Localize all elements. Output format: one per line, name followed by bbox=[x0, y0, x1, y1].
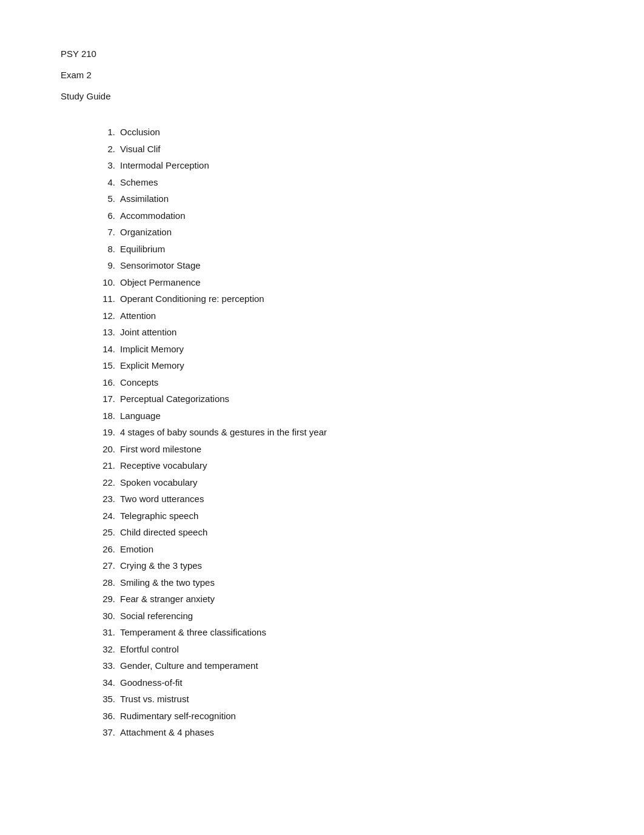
item-number: 26. bbox=[97, 543, 120, 557]
course-title: PSY 210 bbox=[61, 49, 583, 59]
item-number: 13. bbox=[97, 326, 120, 340]
list-item: 2.Visual Clif bbox=[97, 143, 583, 156]
list-item: 34.Goodness-of-fit bbox=[97, 676, 583, 690]
item-text: Attachment & 4 phases bbox=[120, 726, 214, 740]
list-item: 33.Gender, Culture and temperament bbox=[97, 659, 583, 673]
item-text: Efortful control bbox=[120, 643, 179, 657]
list-item: 8.Equilibrium bbox=[97, 243, 583, 257]
list-item: 3.Intermodal Perception bbox=[97, 159, 583, 173]
item-text: Perceptual Categorizations bbox=[120, 392, 229, 406]
item-number: 14. bbox=[97, 343, 120, 357]
item-number: 30. bbox=[97, 609, 120, 623]
list-item: 16.Concepts bbox=[97, 376, 583, 390]
item-text: Spoken vocabulary bbox=[120, 476, 198, 490]
list-item: 11.Operant Conditioning re: perception bbox=[97, 292, 583, 306]
item-text: Emotion bbox=[120, 543, 153, 557]
item-number: 2. bbox=[97, 143, 120, 156]
item-text: Two word utterances bbox=[120, 492, 204, 506]
item-text: Trust vs. mistrust bbox=[120, 692, 189, 706]
list-item: 7.Organization bbox=[97, 226, 583, 240]
list-item: 6.Accommodation bbox=[97, 209, 583, 223]
exam-title: Exam 2 bbox=[61, 70, 583, 80]
item-number: 15. bbox=[97, 359, 120, 373]
item-number: 20. bbox=[97, 443, 120, 457]
item-text: Organization bbox=[120, 226, 172, 240]
item-number: 18. bbox=[97, 409, 120, 423]
item-text: Smiling & the two types bbox=[120, 576, 215, 590]
item-text: Object Permanence bbox=[120, 276, 201, 290]
item-number: 32. bbox=[97, 643, 120, 657]
item-text: First word milestone bbox=[120, 443, 201, 457]
item-number: 33. bbox=[97, 659, 120, 673]
item-number: 27. bbox=[97, 559, 120, 573]
item-text: Assimilation bbox=[120, 192, 169, 206]
item-text: Occlusion bbox=[120, 126, 160, 139]
list-item: 32.Efortful control bbox=[97, 643, 583, 657]
item-number: 28. bbox=[97, 576, 120, 590]
item-number: 9. bbox=[97, 259, 120, 273]
item-text: Telegraphic speech bbox=[120, 509, 198, 523]
list-item: 31.Temperament & three classifications bbox=[97, 626, 583, 640]
item-number: 35. bbox=[97, 692, 120, 706]
list-item: 15.Explicit Memory bbox=[97, 359, 583, 373]
list-item: 22.Spoken vocabulary bbox=[97, 476, 583, 490]
list-item: 21.Receptive vocabulary bbox=[97, 459, 583, 473]
item-number: 31. bbox=[97, 626, 120, 640]
item-number: 3. bbox=[97, 159, 120, 173]
item-text: Visual Clif bbox=[120, 143, 160, 156]
item-text: Temperament & three classifications bbox=[120, 626, 266, 640]
item-number: 7. bbox=[97, 226, 120, 240]
list-item: 4.Schemes bbox=[97, 176, 583, 190]
item-text: Gender, Culture and temperament bbox=[120, 659, 258, 673]
item-text: Fear & stranger anxiety bbox=[120, 592, 215, 606]
item-number: 21. bbox=[97, 459, 120, 473]
item-number: 17. bbox=[97, 392, 120, 406]
list-item: 30.Social referencing bbox=[97, 609, 583, 623]
item-number: 4. bbox=[97, 176, 120, 190]
item-text: Accommodation bbox=[120, 209, 186, 223]
list-item: 13.Joint attention bbox=[97, 326, 583, 340]
item-text: Intermodal Perception bbox=[120, 159, 209, 173]
item-number: 6. bbox=[97, 209, 120, 223]
item-text: Concepts bbox=[120, 376, 158, 390]
list-item: 23.Two word utterances bbox=[97, 492, 583, 506]
item-number: 29. bbox=[97, 592, 120, 606]
list-item: 1.Occlusion bbox=[97, 126, 583, 139]
item-text: Attention bbox=[120, 309, 156, 323]
study-guide-list: 1.Occlusion2.Visual Clif3.Intermodal Per… bbox=[97, 126, 583, 740]
item-number: 24. bbox=[97, 509, 120, 523]
item-text: Implicit Memory bbox=[120, 343, 184, 357]
list-item: 24.Telegraphic speech bbox=[97, 509, 583, 523]
item-text: Operant Conditioning re: perception bbox=[120, 292, 264, 306]
list-item: 19.4 stages of baby sounds & gestures in… bbox=[97, 426, 583, 440]
item-text: Joint attention bbox=[120, 326, 176, 340]
page-header: PSY 210 Exam 2 Study Guide bbox=[61, 49, 583, 101]
item-text: Rudimentary self-recognition bbox=[120, 709, 236, 723]
item-text: Child directed speech bbox=[120, 526, 207, 540]
list-item: 17.Perceptual Categorizations bbox=[97, 392, 583, 406]
item-number: 36. bbox=[97, 709, 120, 723]
list-item: 37.Attachment & 4 phases bbox=[97, 726, 583, 740]
item-number: 16. bbox=[97, 376, 120, 390]
item-text: Crying & the 3 types bbox=[120, 559, 202, 573]
item-number: 25. bbox=[97, 526, 120, 540]
list-item: 25.Child directed speech bbox=[97, 526, 583, 540]
list-item: 5.Assimilation bbox=[97, 192, 583, 206]
list-item: 20.First word milestone bbox=[97, 443, 583, 457]
item-number: 1. bbox=[97, 126, 120, 139]
item-number: 11. bbox=[97, 292, 120, 306]
item-text: Explicit Memory bbox=[120, 359, 184, 373]
study-guide-title: Study Guide bbox=[61, 91, 583, 101]
list-item: 27.Crying & the 3 types bbox=[97, 559, 583, 573]
list-item: 26.Emotion bbox=[97, 543, 583, 557]
list-item: 9.Sensorimotor Stage bbox=[97, 259, 583, 273]
item-number: 5. bbox=[97, 192, 120, 206]
list-item: 35.Trust vs. mistrust bbox=[97, 692, 583, 706]
item-text: Goodness-of-fit bbox=[120, 676, 183, 690]
list-item: 10.Object Permanence bbox=[97, 276, 583, 290]
item-number: 23. bbox=[97, 492, 120, 506]
item-text: Receptive vocabulary bbox=[120, 459, 207, 473]
item-number: 19. bbox=[97, 426, 120, 440]
item-text: 4 stages of baby sounds & gestures in th… bbox=[120, 426, 327, 440]
item-number: 22. bbox=[97, 476, 120, 490]
